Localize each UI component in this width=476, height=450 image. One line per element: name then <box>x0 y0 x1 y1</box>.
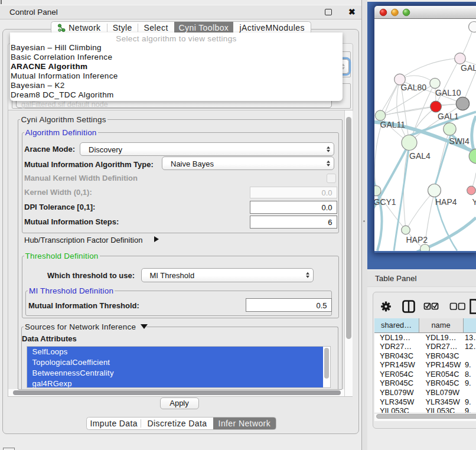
svg-text:GAL4: GAL4 <box>409 151 431 160</box>
svg-text:GAL11: GAL11 <box>380 119 406 129</box>
svg-text:GAL10: GAL10 <box>435 87 461 97</box>
svg-text:GAL80: GAL80 <box>401 83 427 92</box>
svg-text:GAL: GAL <box>461 63 476 72</box>
svg-text:HAP2: HAP2 <box>406 234 428 244</box>
svg-text:Y: Y <box>472 197 476 206</box>
svg-text:SWI4: SWI4 <box>449 136 470 145</box>
svg-text:GAL1: GAL1 <box>438 111 459 120</box>
svg-text:HAP4: HAP4 <box>435 197 457 206</box>
svg-text:GCY1: GCY1 <box>374 197 396 207</box>
